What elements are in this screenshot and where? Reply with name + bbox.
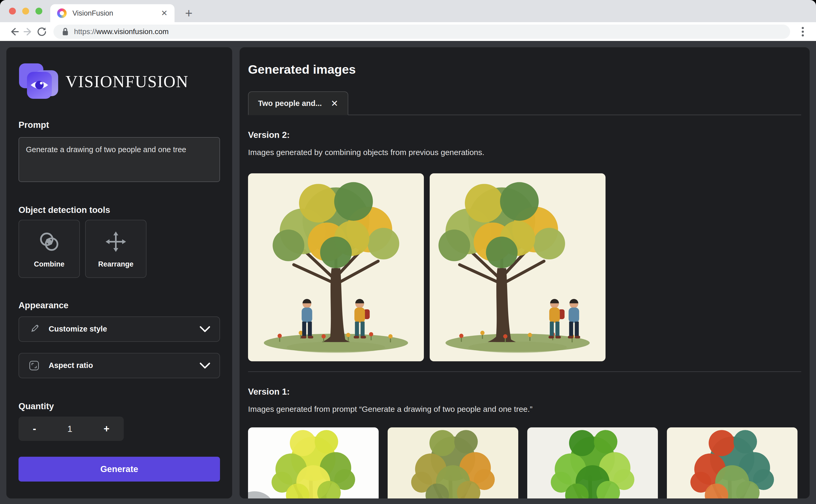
version-2-images [248, 173, 801, 361]
window-controls [0, 8, 50, 15]
brand-logo: VISIONFUSION [18, 62, 220, 101]
browser-menu-button[interactable] [797, 25, 809, 39]
result-tabs: Two people and... ✕ [248, 91, 801, 115]
back-button[interactable] [7, 25, 21, 39]
pencil-icon [28, 323, 40, 335]
combine-tool-button[interactable]: Combine [18, 220, 80, 278]
tab-title: VisionFusion [72, 9, 155, 17]
rearrange-tool-button[interactable]: Rearrange [85, 220, 146, 278]
aspect-ratio-icon [28, 360, 40, 372]
generated-image[interactable] [388, 427, 518, 499]
version-1-description: Images generated from prompt “Generate a… [248, 405, 801, 414]
generated-image[interactable] [667, 427, 798, 499]
browser-tab[interactable]: VisionFusion ✕ [50, 4, 174, 22]
forward-button[interactable] [21, 25, 35, 39]
site-favicon-icon [57, 8, 67, 18]
select-label: Aspect ratio [49, 361, 191, 370]
chevron-down-icon [199, 326, 211, 333]
new-tab-button[interactable]: + [185, 7, 192, 20]
decrement-button[interactable]: - [33, 424, 36, 434]
url-text: https://www.visionfusion.com [74, 27, 169, 36]
move-arrows-icon [104, 230, 128, 254]
address-bar[interactable]: https://www.visionfusion.com [53, 25, 790, 39]
aspect-ratio-select[interactable]: Aspect ratio [18, 353, 220, 378]
tool-label: Rearrange [98, 260, 133, 268]
main-panel: Generated images Two people and... ✕ Ver… [239, 47, 810, 499]
result-tab-close-icon[interactable]: ✕ [331, 99, 338, 108]
brand-wordmark: VISIONFUSION [66, 72, 188, 91]
url-host: www.visionfusion.com [96, 27, 169, 36]
reload-button[interactable] [35, 25, 49, 39]
page-background: VISIONFUSION Prompt Generate a drawing o… [0, 41, 816, 504]
visionfusion-logo-icon [18, 63, 59, 100]
lock-icon [61, 27, 69, 36]
browser-toolbar: https://www.visionfusion.com [0, 22, 816, 41]
minimize-window-button[interactable] [22, 8, 29, 15]
generated-image[interactable] [527, 427, 658, 499]
quantity-stepper: - 1 + [18, 417, 124, 441]
version-2-description: Images generated by combining objects fr… [248, 148, 801, 157]
browser-tab-strip: VisionFusion ✕ + [0, 0, 816, 22]
customize-style-select[interactable]: Customize style [18, 316, 220, 342]
result-tab-label: Two people and... [258, 99, 322, 108]
chevron-down-icon [199, 362, 211, 369]
page-title: Generated images [248, 62, 801, 77]
sidebar: VISIONFUSION Prompt Generate a drawing o… [6, 47, 233, 499]
version-2-title: Version 2: [248, 130, 801, 140]
quantity-value: 1 [67, 424, 72, 434]
close-window-button[interactable] [9, 8, 16, 15]
tab-close-icon[interactable]: ✕ [161, 9, 168, 17]
url-protocol: https:// [74, 27, 96, 36]
quantity-heading: Quantity [18, 401, 220, 412]
tool-label: Combine [34, 260, 64, 268]
combine-circles-icon [37, 230, 61, 254]
tools-row: Combine Rearrange [18, 220, 220, 278]
generated-image[interactable] [248, 427, 379, 499]
result-tab[interactable]: Two people and... ✕ [248, 91, 348, 115]
browser-window: VisionFusion ✕ + https://www.visionfusio… [0, 0, 816, 504]
generated-image[interactable] [248, 173, 424, 361]
generated-image[interactable] [430, 173, 605, 361]
generate-button[interactable]: Generate [18, 457, 220, 482]
version-1-title: Version 1: [248, 387, 801, 397]
select-label: Customize style [49, 325, 191, 333]
version-1-images [248, 427, 801, 499]
prompt-heading: Prompt [18, 120, 220, 130]
prompt-input[interactable]: Generate a drawing of two people and one… [18, 137, 220, 182]
zoom-window-button[interactable] [35, 8, 42, 15]
section-divider [248, 371, 801, 372]
tools-heading: Object detection tools [18, 205, 220, 215]
increment-button[interactable]: + [104, 424, 109, 434]
appearance-heading: Appearance [18, 300, 220, 311]
